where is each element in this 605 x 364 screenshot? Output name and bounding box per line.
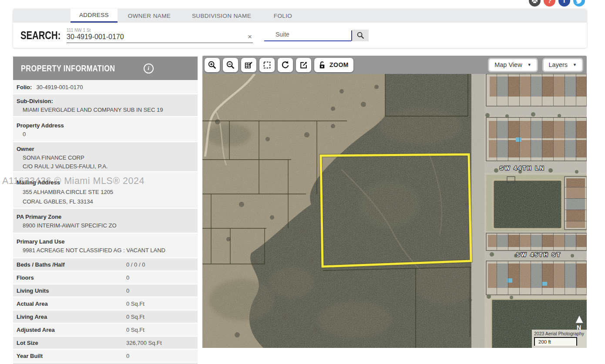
attribution-label: 2023 Aerial Photography (534, 331, 585, 336)
select-extent-icon (262, 60, 272, 70)
zoom-in-icon (208, 60, 217, 70)
twitter-bird-icon (576, 0, 582, 4)
stat-row-adjusted-area: Adjusted Area0 Sq.Ft (13, 324, 198, 337)
stat-row-actual-area: Actual Area0 Sq.Ft (13, 297, 198, 311)
zoom-out-button[interactable] (223, 58, 238, 72)
search-icon (356, 31, 365, 40)
zoom-lock-button[interactable]: ZOOM (314, 58, 353, 72)
terrain (202, 74, 587, 348)
field-primary-land-use: Primary Land Use 9981 ACREAGE NOT CLASSI… (13, 234, 198, 258)
zoom-in-button[interactable] (205, 58, 220, 72)
panel-title: Property Information (21, 63, 115, 73)
search-label: SEARCH: (20, 29, 62, 42)
stat-row-living-area: Living Area0 Sq.Ft (13, 311, 198, 324)
zoom-lock-label: ZOOM (329, 61, 349, 68)
twitter-button[interactable] (573, 0, 585, 7)
clear-search-icon[interactable]: × (248, 33, 252, 40)
help-icon: ? (548, 0, 551, 4)
help-button[interactable]: ? (544, 0, 555, 7)
stat-row-living-units: Living Units0 (13, 284, 198, 297)
layers-dropdown[interactable]: Layers▼ (542, 58, 583, 72)
search-tabs: ADDRESS OWNER NAME SUBDIVISION NAME FOLI… (13, 9, 587, 23)
stat-row-beds: Beds / Baths /Half0 / 0 / 0 (13, 258, 198, 271)
scale-label: 200 ft (538, 339, 551, 344)
zoom-out-icon (226, 60, 235, 70)
street-label-sw-45th-st: SW 45TH ST (516, 252, 561, 258)
tab-owner-name[interactable]: OWNER NAME (118, 9, 181, 23)
chevron-down-icon: ▼ (573, 63, 577, 67)
map-panel: ZOOM Map View▼ Layers▼ (202, 56, 587, 348)
field-subdivision: Sub-Division: MIAMI EVERGLADE LAND COMPA… (13, 94, 198, 117)
stat-row-floors: Floors0 (13, 271, 198, 284)
street-label-sw-44th-ln: SW 44TH LN (500, 165, 545, 171)
map-attribution: 2023 Aerial Photography 200 ft (532, 330, 587, 348)
tab-folio[interactable]: FOLIO (262, 9, 304, 23)
property-information-panel: Property Information i Folio: 30-4919-00… (13, 57, 198, 364)
tab-subdivision-name[interactable]: SUBDIVISION NAME (181, 9, 262, 23)
field-property-address: Property Address 0 (13, 117, 198, 142)
map-toolbar: ZOOM Map View▼ Layers▼ (202, 56, 587, 74)
stat-row-year-built: Year Built0 (13, 350, 198, 363)
refresh-button[interactable] (278, 58, 293, 72)
tab-address[interactable]: ADDRESS (71, 9, 118, 23)
stat-row-lot-size: Lot Size326,700 Sq.Ft (13, 337, 198, 350)
measure-edit-icon (244, 60, 253, 70)
suite-input[interactable] (264, 29, 351, 41)
suite-field-wrap (264, 29, 369, 41)
social-bar: ? f (529, 0, 585, 7)
field-owner: Owner SONIA FINANCE CORP C/O RAUL J VALD… (13, 142, 198, 172)
refresh-icon (281, 60, 290, 70)
map-view-dropdown[interactable]: Map View▼ (488, 58, 538, 72)
map-dropdowns: Map View▼ Layers▼ (488, 58, 583, 72)
select-extent-button[interactable] (259, 58, 275, 72)
field-pa-primary-zone: PA Primary Zone 8900 INTERIM-AWAIT SPECI… (13, 209, 198, 234)
print-button[interactable] (529, 0, 541, 7)
address-hint: 111 NW 1 St (67, 28, 253, 33)
chevron-down-icon: ▼ (528, 63, 531, 67)
facebook-icon: f (563, 0, 565, 4)
road (471, 74, 484, 348)
search-input[interactable] (67, 33, 253, 43)
facebook-button[interactable]: f (558, 0, 570, 7)
export-map-button[interactable] (296, 58, 311, 72)
printer-icon (531, 0, 538, 4)
panel-header: Property Information i (13, 57, 198, 80)
address-field-wrap: 111 NW 1 St × (67, 28, 253, 43)
search-card: ADDRESS OWNER NAME SUBDIVISION NAME FOLI… (13, 9, 587, 48)
aerial-map[interactable]: SW 44TH LN SW 45TH ST N 2023 Aerial Phot… (202, 74, 587, 348)
search-row: SEARCH: 111 NW 1 St × (13, 23, 587, 48)
lock-open-icon (319, 61, 326, 69)
info-icon[interactable]: i (144, 63, 154, 73)
field-mailing-address: Mailing Address 355 ALHAMBRA CIRCLE STE … (13, 172, 198, 209)
search-button[interactable] (352, 30, 369, 41)
export-map-icon (299, 60, 308, 70)
measure-edit-button[interactable] (241, 58, 256, 72)
field-folio: Folio: 30-4919-001-0170 (13, 80, 198, 94)
